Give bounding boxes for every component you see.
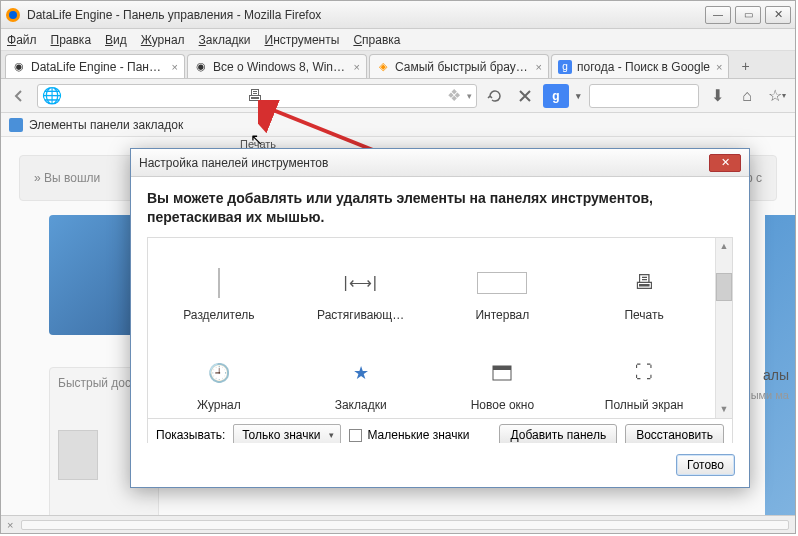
dialog-title: Настройка панелей инструментов <box>139 156 328 170</box>
menu-view[interactable]: Вид <box>105 33 127 47</box>
firefox-icon <box>5 7 21 23</box>
back-button[interactable] <box>7 84 31 108</box>
status-track <box>21 520 789 530</box>
palette-item-history[interactable]: 🕘 Журнал <box>148 328 290 418</box>
star-icon: ★ <box>353 356 369 390</box>
dialog-close-button[interactable]: ✕ <box>709 154 741 172</box>
window-icon <box>492 356 512 390</box>
globe-icon: 🌐 <box>42 86 62 105</box>
spacer-icon <box>477 272 527 294</box>
palette-item-spacer[interactable]: Интервал <box>432 238 574 328</box>
palette-item-new-window[interactable]: Новое окно <box>432 328 574 418</box>
reload-button[interactable] <box>483 84 507 108</box>
palette-scrollbar[interactable]: ▲ ▼ <box>715 238 732 418</box>
dialog-titlebar: Настройка панелей инструментов ✕ <box>131 149 749 177</box>
menu-file[interactable]: Файл <box>7 33 37 47</box>
bookmarks-toolbar-label[interactable]: Элементы панели закладок <box>29 118 183 132</box>
separator-icon <box>218 268 220 298</box>
url-dropdown-icon[interactable]: ▾ <box>467 91 472 101</box>
tab-close-icon[interactable]: × <box>716 61 722 73</box>
tab-1[interactable]: ◉ Все о Windows 8, Windo… × <box>187 54 367 78</box>
search-engine-button[interactable]: g <box>543 84 569 108</box>
tab-2[interactable]: ◈ Самый быстрый браузе… × <box>369 54 549 78</box>
url-bar[interactable]: 🌐 🖶 ❖ ▾ <box>37 84 477 108</box>
scroll-down-icon[interactable]: ▼ <box>716 401 732 418</box>
dialog-controls-row: Показывать: Только значки Маленькие знач… <box>147 419 733 443</box>
search-box[interactable] <box>589 84 699 108</box>
status-close-icon[interactable]: × <box>7 519 13 531</box>
done-button[interactable]: Готово <box>676 454 735 476</box>
palette-item-separator[interactable]: Разделитель <box>148 238 290 328</box>
tab-favicon-icon: ◉ <box>194 60 208 74</box>
nav-toolbar: 🌐 🖶 ❖ ▾ g ⬇ ⌂ ☆▾ <box>1 79 795 113</box>
clock-icon: 🕘 <box>208 356 230 390</box>
stop-button[interactable] <box>513 84 537 108</box>
show-label: Показывать: <box>156 428 225 442</box>
menu-tools[interactable]: Инструменты <box>265 33 340 47</box>
flexible-space-icon: |⟷| <box>343 266 377 300</box>
dialog-heading: Вы можете добавлять или удалять элементы… <box>147 189 733 227</box>
downloads-button[interactable]: ⬇ <box>705 84 729 108</box>
svg-rect-5 <box>493 366 511 370</box>
bookmark-star-icon[interactable]: ☆▾ <box>765 84 789 108</box>
status-bar: × <box>1 515 795 533</box>
bookmarks-toolbar: Элементы панели закладок <box>1 113 795 137</box>
show-mode-select[interactable]: Только значки <box>233 424 341 443</box>
palette-item-fullscreen[interactable]: ⛶ Полный экран <box>573 328 715 418</box>
print-icon: 🖶 <box>634 266 654 300</box>
maximize-button[interactable]: ▭ <box>735 6 761 24</box>
menu-help[interactable]: Справка <box>353 33 400 47</box>
palette-item-print[interactable]: 🖶 Печать <box>573 238 715 328</box>
menu-bookmarks[interactable]: Закладки <box>199 33 251 47</box>
fullscreen-icon: ⛶ <box>635 356 653 390</box>
menubar: Файл Правка Вид Журнал Закладки Инструме… <box>1 29 795 51</box>
feed-icon[interactable]: ❖ <box>447 86 461 105</box>
menu-edit[interactable]: Правка <box>51 33 92 47</box>
window-title: DataLife Engine - Панель управления - Mo… <box>27 8 705 22</box>
palette-item-flexible-space[interactable]: |⟷| Растягивающ… <box>290 238 432 328</box>
tab-favicon-icon: ◈ <box>376 60 390 74</box>
tab-strip: ◉ DataLife Engine - Панел… × ◉ Все о Win… <box>1 51 795 79</box>
add-panel-button[interactable]: Добавить панель <box>499 424 617 443</box>
small-icons-checkbox[interactable]: Маленькие значки <box>349 428 469 442</box>
tab-close-icon[interactable]: × <box>354 61 360 73</box>
svg-point-1 <box>9 11 17 19</box>
toolbar-items-palette: Разделитель |⟷| Растягивающ… Интервал 🖶 … <box>147 237 733 419</box>
minimize-button[interactable]: — <box>705 6 731 24</box>
tab-favicon-icon: g <box>558 60 572 74</box>
tab-favicon-icon: ◉ <box>12 60 26 74</box>
new-tab-button[interactable]: + <box>734 56 756 76</box>
home-button[interactable]: ⌂ <box>735 84 759 108</box>
bg-right-stripe <box>765 215 795 515</box>
restore-button[interactable]: Восстановить <box>625 424 724 443</box>
checkbox-icon <box>349 429 362 442</box>
customize-toolbar-dialog: Настройка панелей инструментов ✕ Вы може… <box>130 148 750 488</box>
tab-close-icon[interactable]: × <box>536 61 542 73</box>
tab-label: погода - Поиск в Google <box>577 60 710 74</box>
menu-history[interactable]: Журнал <box>141 33 185 47</box>
print-icon[interactable]: 🖶 <box>247 87 263 105</box>
tab-close-icon[interactable]: × <box>172 61 178 73</box>
titlebar: DataLife Engine - Панель управления - Mo… <box>1 1 795 29</box>
tab-label: Самый быстрый браузе… <box>395 60 530 74</box>
tab-0[interactable]: ◉ DataLife Engine - Панел… × <box>5 54 185 78</box>
tab-label: Все о Windows 8, Windo… <box>213 60 348 74</box>
scroll-thumb[interactable] <box>716 273 732 301</box>
tab-3[interactable]: g погода - Поиск в Google × <box>551 54 729 78</box>
close-button[interactable]: ✕ <box>765 6 791 24</box>
scroll-up-icon[interactable]: ▲ <box>716 238 732 255</box>
tab-label: DataLife Engine - Панел… <box>31 60 166 74</box>
dialog-footer: Готово <box>131 443 749 487</box>
bookmark-folder-icon <box>9 118 23 132</box>
palette-item-bookmarks[interactable]: ★ Закладки <box>290 328 432 418</box>
window-controls: — ▭ ✕ <box>705 6 791 24</box>
